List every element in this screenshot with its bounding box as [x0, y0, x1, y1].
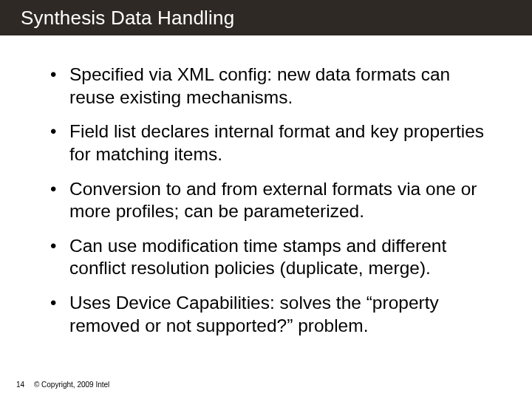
list-item: Specified via XML config: new data forma… [44, 64, 488, 109]
slide-title: Synthesis Data Handling [21, 7, 234, 30]
list-item: Can use modification time stamps and dif… [44, 235, 488, 280]
bullet-list: Specified via XML config: new data forma… [44, 64, 488, 337]
copyright-text: © Copyright, 2009 Intel [34, 381, 109, 389]
slide: Synthesis Data Handling Specified via XM… [0, 0, 532, 399]
title-bar: Synthesis Data Handling [0, 0, 532, 35]
list-item: Field list declares internal format and … [44, 120, 488, 166]
list-item: Conversion to and from external formats … [44, 178, 488, 223]
list-item: Uses Device Capabilities: solves the “pr… [44, 292, 488, 337]
slide-body: Specified via XML config: new data forma… [0, 35, 532, 337]
footer: 14 © Copyright, 2009 Intel [16, 381, 109, 389]
page-number: 14 [16, 381, 24, 389]
